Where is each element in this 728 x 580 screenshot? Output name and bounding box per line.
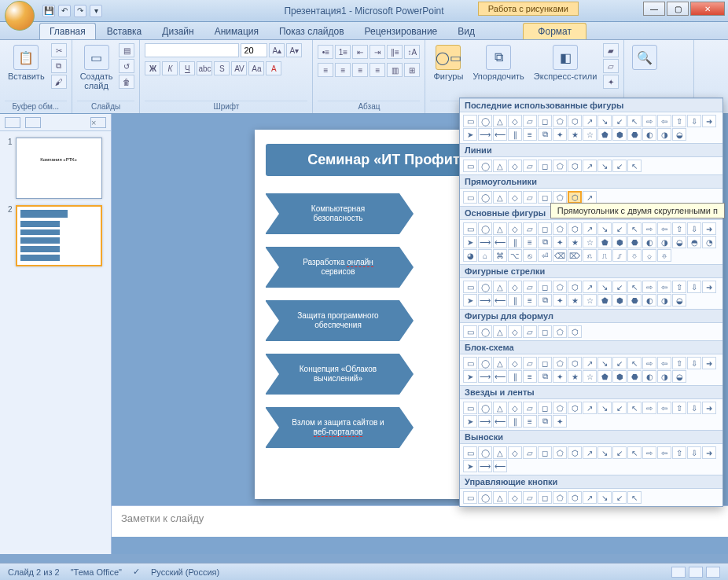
tab-animation[interactable]: Анимация (205, 24, 268, 39)
shape-option[interactable]: ↙ (612, 115, 627, 127)
shape-option[interactable]: ▭ (463, 446, 477, 459)
spell-check-icon[interactable]: ✓ (133, 567, 140, 577)
shape-option[interactable]: ◻ (538, 402, 552, 414)
reset-icon[interactable]: ↺ (119, 59, 134, 73)
shape-option[interactable]: ⬟ (597, 294, 612, 307)
shape-option[interactable]: ↖ (627, 160, 642, 172)
shape-option[interactable]: ◻ (538, 446, 552, 459)
shape-option[interactable]: ⇧ (672, 402, 686, 414)
shape-option[interactable]: ⇨ (642, 402, 656, 414)
shape-option[interactable]: △ (493, 325, 507, 338)
line-spacing-icon[interactable]: ‖≡ (387, 45, 403, 59)
align-right-icon[interactable]: ≡ (352, 63, 368, 77)
status-language[interactable]: Русский (Россия) (151, 567, 219, 577)
undo-icon[interactable]: ↶ (58, 5, 71, 17)
tab-insert[interactable]: Вставка (97, 24, 152, 39)
shape-option[interactable]: ◓ (687, 236, 701, 248)
shape-option[interactable]: ▱ (523, 160, 537, 172)
cut-icon[interactable]: ✂ (51, 43, 67, 57)
shape-option[interactable]: ◇ (508, 281, 522, 293)
shape-option[interactable]: ◒ (672, 370, 686, 383)
layout-icon[interactable]: ▤ (119, 43, 134, 57)
shape-option[interactable]: ∥ (508, 236, 522, 248)
shape-option[interactable]: ⟵ (493, 415, 507, 428)
shape-option[interactable]: ▭ (463, 281, 477, 293)
shape-option[interactable]: ≡ (523, 370, 537, 383)
shape-option[interactable]: ◑ (657, 294, 671, 307)
shape-option[interactable]: ⇨ (642, 115, 656, 127)
close-button[interactable]: ✕ (690, 2, 725, 16)
shape-option[interactable]: ↗ (583, 491, 597, 504)
shape-option[interactable]: ↗ (583, 115, 597, 127)
shape-option[interactable]: ▭ (463, 402, 477, 414)
shape-option[interactable]: ◯ (478, 325, 492, 338)
shape-option[interactable]: ⟶ (478, 370, 492, 383)
shape-option[interactable]: ⬠ (553, 160, 567, 172)
shape-option[interactable]: ★ (568, 370, 582, 383)
shape-option[interactable]: ◒ (672, 128, 686, 141)
arrange-button[interactable]: ⧉ Упорядочить (469, 43, 527, 83)
shape-option[interactable]: ⇩ (687, 115, 701, 127)
arrow-item-5[interactable]: Взлом и защита сайтов и веб-порталов (266, 407, 399, 448)
shape-option[interactable]: ↙ (612, 222, 627, 235)
notes-pane[interactable]: Заметки к слайду (112, 505, 728, 537)
shape-option[interactable]: ➤ (463, 236, 477, 248)
shape-option[interactable]: ◯ (478, 160, 492, 172)
shape-option[interactable]: ⇦ (657, 115, 671, 127)
shape-option[interactable]: ⎌ (583, 249, 597, 262)
arrow-item-3[interactable]: Защита программного обеспечения (266, 300, 399, 341)
shape-option[interactable]: ⬠ (553, 491, 567, 504)
shape-option[interactable]: ◇ (508, 222, 522, 235)
shape-option[interactable]: ◑ (657, 370, 671, 383)
shape-option[interactable]: ▱ (523, 222, 537, 235)
shape-option[interactable]: ↗ (583, 281, 597, 293)
shape-option[interactable]: ↖ (627, 357, 642, 369)
sorter-view-icon[interactable] (689, 567, 703, 578)
shape-option[interactable]: ↘ (597, 402, 612, 414)
format-painter-icon[interactable]: 🖌 (51, 75, 67, 89)
shape-option[interactable]: ◻ (538, 491, 552, 504)
shape-option[interactable]: ⬠ (553, 191, 567, 204)
tab-slideshow[interactable]: Показ слайдов (270, 24, 354, 39)
shape-option[interactable]: ⟶ (478, 294, 492, 307)
outline-tab-icon[interactable] (25, 117, 41, 128)
shape-option[interactable]: ▭ (463, 160, 477, 172)
shape-option[interactable]: ◻ (538, 325, 552, 338)
shape-option[interactable]: ⬠ (553, 222, 567, 235)
shape-option[interactable]: ◯ (478, 446, 492, 459)
shape-option[interactable]: ◻ (538, 160, 552, 172)
shape-option[interactable]: ⬡ (568, 325, 582, 338)
shape-option[interactable]: ⧉ (538, 415, 552, 428)
char-spacing-icon[interactable]: AV (231, 61, 247, 75)
shape-option[interactable]: ↙ (612, 446, 627, 459)
shape-option[interactable]: ↗ (583, 402, 597, 414)
tab-review[interactable]: Рецензирование (355, 24, 447, 39)
shape-option[interactable]: ⎑ (657, 249, 671, 262)
shape-outline-icon[interactable]: ▱ (603, 59, 619, 73)
normal-view-icon[interactable] (671, 567, 686, 578)
shape-option[interactable]: ◇ (508, 357, 522, 369)
shape-option[interactable]: ⬣ (627, 370, 642, 383)
shape-option[interactable]: ▭ (463, 191, 477, 204)
shape-option[interactable]: ↗ (583, 446, 597, 459)
shape-option[interactable]: ↖ (627, 281, 642, 293)
shape-option[interactable]: ↖ (627, 446, 642, 459)
shape-option[interactable]: ◑ (657, 236, 671, 248)
shapes-dropdown-button[interactable]: ◯▭ Фигуры (430, 43, 466, 83)
shape-option[interactable]: ⎍ (597, 249, 612, 262)
shape-option[interactable]: ◻ (538, 191, 552, 204)
shape-effects-icon[interactable]: ✦ (603, 75, 619, 89)
redo-icon[interactable]: ↷ (74, 5, 86, 17)
shape-option[interactable]: ∥ (508, 128, 522, 141)
shape-option[interactable]: ▱ (523, 357, 537, 369)
shape-option[interactable]: ⬟ (597, 370, 612, 383)
shape-option[interactable]: ⇧ (672, 357, 686, 369)
office-button[interactable] (5, 1, 35, 31)
align-center-icon[interactable]: ≡ (335, 63, 351, 77)
quick-styles-button[interactable]: ◧ Экспресс-стили (531, 43, 600, 83)
shape-option[interactable]: ☆ (583, 294, 597, 307)
shape-option[interactable]: ⟵ (493, 370, 507, 383)
shape-option[interactable]: ≡ (523, 128, 537, 141)
shape-option[interactable]: ★ (568, 128, 582, 141)
new-slide-button[interactable]: ▭ Создать слайд (77, 43, 116, 92)
